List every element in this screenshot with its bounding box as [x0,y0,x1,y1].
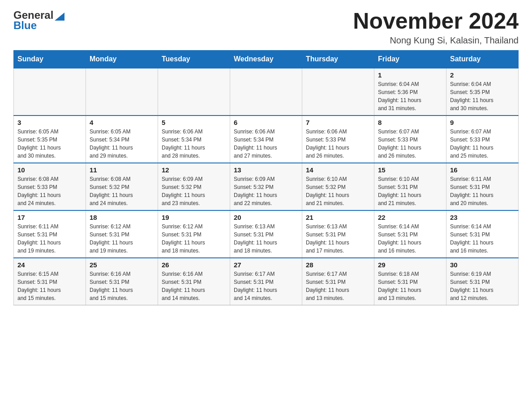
day-number: 2 [450,71,515,79]
day-number: 19 [162,214,226,221]
day-number: 23 [450,214,515,221]
calendar-cell [158,68,230,116]
day-info: Sunrise: 6:10 AM Sunset: 5:32 PM Dayligh… [306,175,370,207]
calendar-cell: 23Sunrise: 6:14 AM Sunset: 5:31 PM Dayli… [446,210,519,258]
day-info: Sunrise: 6:13 AM Sunset: 5:31 PM Dayligh… [306,223,370,255]
calendar-cell: 6Sunrise: 6:06 AM Sunset: 5:34 PM Daylig… [230,116,302,163]
day-info: Sunrise: 6:16 AM Sunset: 5:31 PM Dayligh… [162,270,226,302]
day-number: 22 [378,214,442,221]
day-info: Sunrise: 6:05 AM Sunset: 5:34 PM Dayligh… [90,128,154,160]
day-info: Sunrise: 6:11 AM Sunset: 5:31 PM Dayligh… [450,175,515,207]
calendar-cell: 5Sunrise: 6:06 AM Sunset: 5:34 PM Daylig… [158,116,230,163]
day-number: 4 [90,119,154,126]
day-info: Sunrise: 6:07 AM Sunset: 5:33 PM Dayligh… [450,128,515,160]
calendar-cell: 9Sunrise: 6:07 AM Sunset: 5:33 PM Daylig… [446,116,519,163]
logo-blue-text: Blue [13,19,37,32]
calendar-cell: 14Sunrise: 6:10 AM Sunset: 5:32 PM Dayli… [302,163,374,210]
day-info: Sunrise: 6:06 AM Sunset: 5:34 PM Dayligh… [162,128,226,160]
week-row-1: 1Sunrise: 6:04 AM Sunset: 5:36 PM Daylig… [14,68,519,116]
day-number: 6 [234,119,298,126]
calendar-cell: 2Sunrise: 6:04 AM Sunset: 5:35 PM Daylig… [446,68,519,116]
weekday-header-wednesday: Wednesday [230,51,302,68]
day-info: Sunrise: 6:06 AM Sunset: 5:34 PM Dayligh… [234,128,298,160]
day-info: Sunrise: 6:12 AM Sunset: 5:31 PM Dayligh… [162,223,226,255]
calendar-cell: 24Sunrise: 6:15 AM Sunset: 5:31 PM Dayli… [14,258,86,305]
day-info: Sunrise: 6:15 AM Sunset: 5:31 PM Dayligh… [17,270,82,302]
day-info: Sunrise: 6:14 AM Sunset: 5:31 PM Dayligh… [450,223,515,255]
day-info: Sunrise: 6:08 AM Sunset: 5:33 PM Dayligh… [17,175,82,207]
day-info: Sunrise: 6:09 AM Sunset: 5:32 PM Dayligh… [162,175,226,207]
day-number: 7 [306,119,370,126]
day-number: 24 [17,261,82,269]
day-number: 25 [90,261,154,269]
calendar-cell: 18Sunrise: 6:12 AM Sunset: 5:31 PM Dayli… [86,210,158,258]
day-info: Sunrise: 6:07 AM Sunset: 5:33 PM Dayligh… [378,128,442,160]
calendar-cell: 11Sunrise: 6:08 AM Sunset: 5:32 PM Dayli… [86,163,158,210]
day-number: 9 [450,119,515,126]
day-info: Sunrise: 6:04 AM Sunset: 5:36 PM Dayligh… [378,80,442,112]
day-number: 18 [90,214,154,221]
day-number: 11 [90,166,154,174]
weekday-header-row: SundayMondayTuesdayWednesdayThursdayFrid… [14,51,519,68]
calendar-cell: 8Sunrise: 6:07 AM Sunset: 5:33 PM Daylig… [374,116,446,163]
day-number: 26 [162,261,226,269]
calendar-cell: 3Sunrise: 6:05 AM Sunset: 5:35 PM Daylig… [14,116,86,163]
calendar-cell: 4Sunrise: 6:05 AM Sunset: 5:34 PM Daylig… [86,116,158,163]
calendar-cell [86,68,158,116]
calendar-cell: 7Sunrise: 6:06 AM Sunset: 5:33 PM Daylig… [302,116,374,163]
day-info: Sunrise: 6:05 AM Sunset: 5:35 PM Dayligh… [17,128,82,160]
title-area: November 2024 Nong Kung Si, Kalasin, Tha… [353,9,519,46]
day-info: Sunrise: 6:04 AM Sunset: 5:35 PM Dayligh… [450,80,515,112]
calendar-cell: 30Sunrise: 6:19 AM Sunset: 5:31 PM Dayli… [446,258,519,305]
day-info: Sunrise: 6:14 AM Sunset: 5:31 PM Dayligh… [378,223,442,255]
svg-marker-0 [55,13,64,21]
day-number: 13 [234,166,298,174]
weekday-header-thursday: Thursday [302,51,374,68]
calendar-cell: 17Sunrise: 6:11 AM Sunset: 5:31 PM Dayli… [14,210,86,258]
day-info: Sunrise: 6:18 AM Sunset: 5:31 PM Dayligh… [378,270,442,302]
month-title: November 2024 [353,9,519,34]
day-number: 10 [17,166,82,174]
day-number: 14 [306,166,370,174]
day-number: 28 [306,261,370,269]
day-number: 16 [450,166,515,174]
day-info: Sunrise: 6:19 AM Sunset: 5:31 PM Dayligh… [450,270,515,302]
logo: General Blue [13,9,76,32]
logo-triangle-icon [55,11,64,21]
page-header: General Blue November 2024 Nong Kung Si,… [13,9,519,46]
day-number: 15 [378,166,442,174]
day-info: Sunrise: 6:08 AM Sunset: 5:32 PM Dayligh… [90,175,154,207]
week-row-5: 24Sunrise: 6:15 AM Sunset: 5:31 PM Dayli… [14,258,519,305]
calendar-cell: 20Sunrise: 6:13 AM Sunset: 5:31 PM Dayli… [230,210,302,258]
day-info: Sunrise: 6:17 AM Sunset: 5:31 PM Dayligh… [234,270,298,302]
day-number: 3 [17,119,82,126]
weekday-header-sunday: Sunday [14,51,86,68]
calendar-cell: 12Sunrise: 6:09 AM Sunset: 5:32 PM Dayli… [158,163,230,210]
calendar-cell: 1Sunrise: 6:04 AM Sunset: 5:36 PM Daylig… [374,68,446,116]
calendar-cell [302,68,374,116]
calendar-cell: 27Sunrise: 6:17 AM Sunset: 5:31 PM Dayli… [230,258,302,305]
week-row-4: 17Sunrise: 6:11 AM Sunset: 5:31 PM Dayli… [14,210,519,258]
day-info: Sunrise: 6:11 AM Sunset: 5:31 PM Dayligh… [17,223,82,255]
day-info: Sunrise: 6:09 AM Sunset: 5:32 PM Dayligh… [234,175,298,207]
weekday-header-friday: Friday [374,51,446,68]
calendar-table: SundayMondayTuesdayWednesdayThursdayFrid… [13,50,519,305]
calendar-cell: 28Sunrise: 6:17 AM Sunset: 5:31 PM Dayli… [302,258,374,305]
week-row-2: 3Sunrise: 6:05 AM Sunset: 5:35 PM Daylig… [14,116,519,163]
day-number: 27 [234,261,298,269]
calendar-cell: 15Sunrise: 6:10 AM Sunset: 5:31 PM Dayli… [374,163,446,210]
calendar-cell: 26Sunrise: 6:16 AM Sunset: 5:31 PM Dayli… [158,258,230,305]
day-number: 29 [378,261,442,269]
day-info: Sunrise: 6:13 AM Sunset: 5:31 PM Dayligh… [234,223,298,255]
day-info: Sunrise: 6:10 AM Sunset: 5:31 PM Dayligh… [378,175,442,207]
day-info: Sunrise: 6:12 AM Sunset: 5:31 PM Dayligh… [90,223,154,255]
day-number: 1 [378,71,442,79]
weekday-header-tuesday: Tuesday [158,51,230,68]
day-number: 21 [306,214,370,221]
day-info: Sunrise: 6:17 AM Sunset: 5:31 PM Dayligh… [306,270,370,302]
location-title: Nong Kung Si, Kalasin, Thailand [353,35,519,46]
calendar-cell [230,68,302,116]
calendar-cell [14,68,86,116]
calendar-cell: 25Sunrise: 6:16 AM Sunset: 5:31 PM Dayli… [86,258,158,305]
weekday-header-monday: Monday [86,51,158,68]
